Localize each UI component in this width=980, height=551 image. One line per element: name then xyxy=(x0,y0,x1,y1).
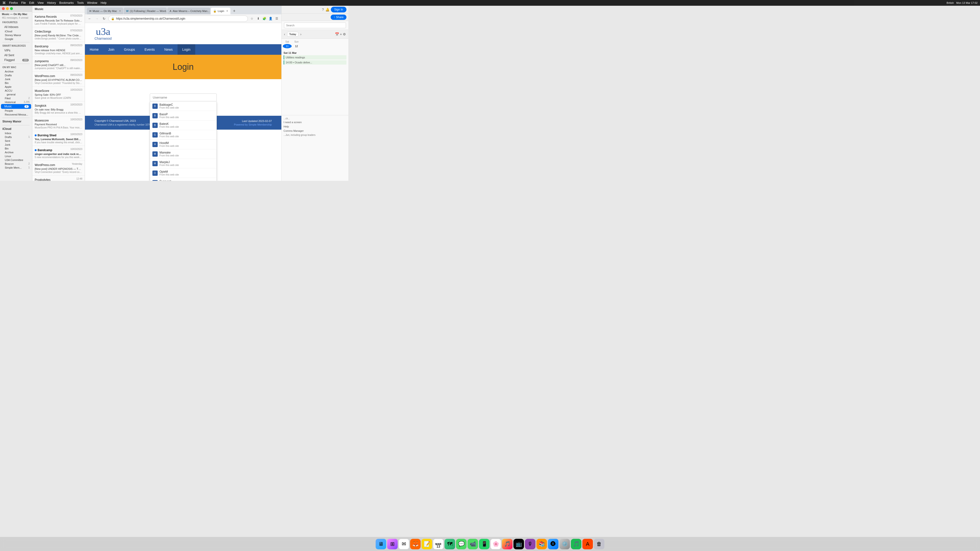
tab-mail[interactable]: ✉ Music — On My Mac × xyxy=(87,8,123,14)
sidebar-item-bin[interactable]: Bin xyxy=(0,81,32,85)
back-button[interactable]: ← xyxy=(87,16,92,22)
sidebar-item-music[interactable]: Music4 xyxy=(1,104,31,109)
icloud-simple[interactable]: Simple Mem...1 xyxy=(0,166,32,170)
stoney-manor-group[interactable]: Stoney Manor xyxy=(0,119,32,124)
question-icon[interactable]: ? xyxy=(322,8,324,11)
window-minimize[interactable] xyxy=(6,7,9,10)
icloud-sent[interactable]: Sent xyxy=(0,139,32,143)
sidebar-item-accu[interactable]: ACCU xyxy=(0,89,32,92)
sidebar-item-flagged[interactable]: Flagged289 xyxy=(1,58,31,62)
sysbar-window[interactable]: Window xyxy=(87,1,97,5)
window-close[interactable] xyxy=(2,7,5,10)
icloud-drafts[interactable]: Drafts1 xyxy=(0,135,32,139)
cal-next[interactable]: › xyxy=(300,32,301,36)
sidebar-item-vips[interactable]: VIPs xyxy=(1,48,31,53)
dropdown-item-3[interactable]: G GillmanB From this web site xyxy=(150,130,216,140)
event-ocado[interactable]: 14:00 • Ocado delive... xyxy=(283,60,347,65)
address-bar[interactable]: 🔒 https://u3a.simplemembership.co.uk/Cha… xyxy=(108,16,248,22)
icloud-bin[interactable]: Bin xyxy=(0,147,32,151)
sidebar-item-apple[interactable]: Apple xyxy=(0,85,32,89)
tab-mail-close[interactable]: × xyxy=(119,10,121,13)
mail-item-2[interactable]: Bandcamp09/03/2023 New release from HENG… xyxy=(32,42,85,57)
apple-menu[interactable]: ⌘ xyxy=(2,1,6,5)
icloud-beacon[interactable]: Beacon2 xyxy=(0,162,32,166)
signin-button[interactable]: Sign In xyxy=(331,7,347,13)
dropdown-item-5[interactable]: M Mareake From this web site xyxy=(150,149,216,159)
dropdown-item-2[interactable]: B BatesK From this web site xyxy=(150,121,216,130)
mail-item-7[interactable]: Musescore10/03/2023 Payment Received Mus… xyxy=(32,116,85,131)
mail-item-5[interactable]: MuseScore10/03/2023 Spring Sale: 83% OFF… xyxy=(32,87,85,102)
cal-icon-1[interactable]: 📅 xyxy=(335,32,339,36)
refresh-button[interactable]: ↻ xyxy=(101,16,107,22)
sidebar-item-all-sent[interactable]: All Sent xyxy=(1,53,31,58)
sidebar-item-drafts[interactable]: Drafts xyxy=(0,73,32,77)
tab-alan[interactable]: A Alan Mearns – Crotchety Man... × xyxy=(167,8,210,14)
sidebar-item-historical[interactable]: Historical3,295 xyxy=(0,100,32,104)
icloud-inbox[interactable]: Inbox xyxy=(0,131,32,135)
icloud-u3a[interactable]: U3A Committee xyxy=(0,158,32,162)
icloud-linux[interactable]: Linux xyxy=(0,154,32,158)
username-input[interactable] xyxy=(150,94,217,102)
mail-item-6[interactable]: Songkick10/03/2023 On sale now: Billy Br… xyxy=(32,102,85,116)
search-input[interactable] xyxy=(284,22,346,28)
nav-home[interactable]: Home xyxy=(85,44,103,55)
download-icon[interactable]: ⬇ xyxy=(256,16,261,21)
sidebar-item-people[interactable]: People xyxy=(0,109,32,113)
cal-icon-3[interactable]: ⚙ xyxy=(343,32,346,36)
mail-item-4[interactable]: WordPress.com09/03/2023 [New post] 10 HY… xyxy=(32,72,85,87)
nav-groups[interactable]: Groups xyxy=(119,44,140,55)
sidebar-item-icloud[interactable]: iCloud xyxy=(0,29,32,33)
mail-item-0[interactable]: Karisma Records07/03/2023 Karisma Record… xyxy=(32,13,85,27)
nav-join[interactable]: Join xyxy=(103,44,119,55)
sidebar-item-general[interactable]: general xyxy=(0,92,32,96)
mail-item-8[interactable]: Burning Shed10/03/2023 Yes, Loreena McKe… xyxy=(32,131,85,146)
cal-day-11[interactable]: 11 xyxy=(283,44,292,48)
bell-icon[interactable]: 🔔 xyxy=(325,8,329,11)
sysbar-firefox[interactable]: Firefox xyxy=(9,1,18,5)
nav-news[interactable]: News xyxy=(159,44,178,55)
sysbar-bookmarks[interactable]: Bookmarks xyxy=(59,1,74,5)
share-button[interactable]: ↑ Share xyxy=(331,14,347,20)
sysbar-edit[interactable]: Edit xyxy=(29,1,34,5)
dropdown-item-0[interactable]: B BabbageC From this web site xyxy=(150,102,216,111)
sysbar-file[interactable]: File xyxy=(21,1,26,5)
dropdown-item-1[interactable]: B BassP From this web site xyxy=(150,111,216,121)
sidebar-item-filed[interactable]: Filed2 xyxy=(0,96,32,100)
icloud-junk[interactable]: Junk xyxy=(0,143,32,147)
window-maximize[interactable] xyxy=(10,7,13,10)
sidebar-item-all-inboxes[interactable]: All Inboxes xyxy=(1,25,31,29)
mail-item-1[interactable]: CirdecSongs07/03/2023 [New post] Randy M… xyxy=(32,27,85,42)
cal-icon-2[interactable]: + xyxy=(340,32,342,36)
nav-events[interactable]: Events xyxy=(140,44,159,55)
mail-item-10[interactable]: WordPress.comYesterday [New post] UNDER … xyxy=(32,161,85,176)
new-tab-button[interactable]: + xyxy=(231,8,238,14)
event-utilities[interactable]: Utilities readings xyxy=(283,55,347,60)
tab-login[interactable]: 🔒 Login × xyxy=(211,8,231,14)
tab-wordpress[interactable]: W (1) Following | Reader — Word... × xyxy=(124,8,167,14)
extensions-icon[interactable]: 🧩 xyxy=(262,16,267,21)
cal-today-btn[interactable]: Today xyxy=(287,32,298,37)
forward-button[interactable]: → xyxy=(94,16,100,22)
sysbar-history[interactable]: History xyxy=(47,1,56,5)
cal-prev[interactable]: ‹ xyxy=(284,32,285,36)
menu-icon[interactable]: ☰ xyxy=(274,16,280,21)
account-icon[interactable]: 👤 xyxy=(268,16,273,21)
sysbar-help[interactable]: Help xyxy=(101,1,107,5)
icloud-archive[interactable]: Archive xyxy=(0,151,32,154)
dropdown-item-6[interactable]: M MarpleJ From this web site xyxy=(150,159,216,168)
sidebar-item-archive[interactable]: Archive xyxy=(0,70,32,73)
bookmark-icon[interactable]: ☆ xyxy=(249,16,255,21)
tab-login-close[interactable]: × xyxy=(226,10,228,13)
mail-item-9[interactable]: Bandcamp10/03/2023 singer-songwriter and… xyxy=(32,146,85,161)
sysbar-view[interactable]: View xyxy=(38,1,44,5)
dropdown-item-8[interactable]: P Pussycat From this web site xyxy=(150,178,216,181)
dropdown-item-4[interactable]: H HoodM From this web site xyxy=(150,140,216,149)
icloud-group[interactable]: iCloud xyxy=(0,127,32,131)
cal-day-12[interactable]: 12 xyxy=(292,44,301,48)
sidebar-item-junk[interactable]: Junk xyxy=(0,77,32,81)
dropdown-item-7[interactable]: O OpieM From this web site xyxy=(150,168,216,178)
sidebar-item-stoney-manor[interactable]: Stoney Manor xyxy=(0,33,32,37)
sysbar-tools[interactable]: Tools xyxy=(77,1,84,5)
nav-login[interactable]: Login xyxy=(178,44,195,55)
sidebar-item-recovered[interactable]: Recovered Messa... xyxy=(0,113,32,116)
